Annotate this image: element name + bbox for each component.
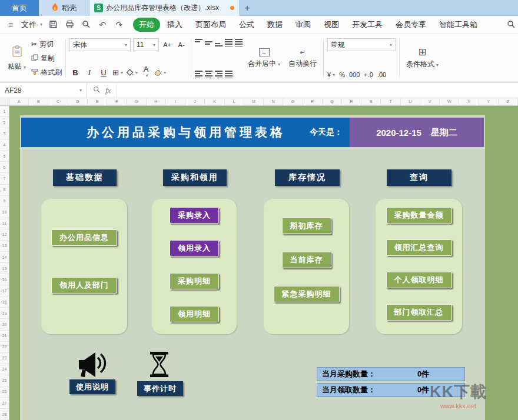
button-purchase-entry[interactable]: 采购录入	[170, 207, 219, 224]
row-header-12[interactable]: 12	[0, 229, 9, 241]
row-header-19[interactable]: 19	[0, 308, 9, 319]
column-header-P[interactable]: P	[303, 98, 323, 105]
column-header-K[interactable]: K	[205, 98, 224, 105]
row-header-25[interactable]: 25	[0, 375, 9, 386]
row-header-26[interactable]: 26	[0, 386, 9, 398]
format-painter-button[interactable]: 格式刷	[31, 67, 62, 78]
decrease-decimal-button[interactable]: .00	[377, 71, 386, 78]
menu-tab-review[interactable]: 审阅	[290, 18, 317, 32]
column-header-U[interactable]: U	[401, 98, 420, 105]
row-header-4[interactable]: 4	[0, 139, 9, 151]
section-header-purchase-issue[interactable]: 采购和领用	[163, 169, 227, 186]
column-header-J[interactable]: J	[185, 98, 205, 105]
align-center-button[interactable]	[205, 70, 212, 78]
decrease-font-button[interactable]: A-	[175, 39, 187, 51]
align-middle-button[interactable]	[205, 38, 212, 46]
column-header-F[interactable]: F	[107, 98, 127, 105]
column-header-H[interactable]: H	[147, 98, 166, 105]
row-header-15[interactable]: 15	[0, 263, 9, 274]
worksheet[interactable]: 办公用品采购与领用管理表格 今天是： 2020-12-15 星期二 基础数据 采…	[9, 106, 518, 420]
column-header-Y[interactable]: Y	[479, 98, 499, 105]
menu-tab-page-layout[interactable]: 页面布局	[190, 18, 232, 32]
align-bottom-button[interactable]	[215, 38, 223, 46]
menu-tab-start[interactable]: 开始	[133, 18, 160, 32]
column-header-X[interactable]: X	[459, 98, 479, 105]
cell-name-box[interactable]: AF28	[0, 83, 87, 98]
row-header-16[interactable]: 16	[0, 274, 9, 285]
column-header-I[interactable]: I	[166, 98, 185, 105]
column-header-R[interactable]: R	[342, 98, 361, 105]
button-purchase-qty-amount[interactable]: 采购数量金额	[386, 207, 452, 224]
row-header-11[interactable]: 11	[0, 218, 9, 229]
tab-home[interactable]: 首页	[0, 0, 39, 16]
button-office-supplies-info[interactable]: 办公用品信息	[51, 229, 117, 246]
button-usage-instructions[interactable]: 使用说明	[69, 379, 115, 394]
hamburger-icon[interactable]: ≡	[5, 19, 16, 31]
increase-font-button[interactable]: A+	[161, 39, 173, 51]
column-header-D[interactable]: D	[68, 98, 88, 105]
insert-function-area[interactable]: fx	[87, 83, 117, 98]
new-tab-button[interactable]: +	[239, 0, 255, 16]
button-personal-issue-detail[interactable]: 个人领取明细	[386, 272, 452, 288]
undo-icon[interactable]: ↶	[97, 19, 108, 31]
row-header-8[interactable]: 8	[0, 185, 9, 196]
row-header-5[interactable]: 5	[0, 151, 9, 162]
column-header-Q[interactable]: Q	[323, 98, 342, 105]
row-header-23[interactable]: 23	[0, 353, 9, 364]
decrease-indent-button[interactable]	[225, 38, 233, 46]
column-header-L[interactable]: L	[225, 98, 244, 105]
align-left-button[interactable]	[195, 70, 202, 78]
column-header-G[interactable]: G	[127, 98, 146, 105]
button-current-stock[interactable]: 当前库存	[282, 252, 331, 268]
conditional-format-button[interactable]: ⊞ 条件格式	[403, 36, 441, 80]
redo-icon[interactable]: ↷	[113, 19, 125, 31]
save-icon[interactable]	[47, 19, 59, 31]
fill-color-button[interactable]	[126, 66, 138, 78]
eraser-button[interactable]	[154, 66, 166, 78]
button-dept-issue-summary[interactable]: 部门领取汇总	[386, 304, 452, 321]
button-issue-summary-query[interactable]: 领用汇总查询	[386, 239, 452, 256]
menu-tab-data[interactable]: 数据	[261, 18, 288, 32]
column-header-E[interactable]: E	[88, 98, 107, 105]
menu-tab-insert[interactable]: 插入	[161, 18, 188, 32]
column-header-B[interactable]: B	[29, 98, 48, 105]
cut-button[interactable]: ✂ 剪切	[31, 39, 62, 49]
wrap-text-button[interactable]: ↵ 自动换行	[285, 36, 320, 80]
row-header-14[interactable]: 14	[0, 252, 9, 263]
row-header-28[interactable]: 28	[0, 409, 9, 420]
merge-center-button[interactable]: ↔ 合并居中	[245, 36, 283, 80]
increase-decimal-button[interactable]: +.0	[364, 71, 373, 78]
row-header-13[interactable]: 13	[0, 241, 9, 252]
align-top-button[interactable]	[195, 38, 202, 46]
search-icon[interactable]	[507, 20, 516, 31]
paste-button[interactable]: 粘贴	[5, 36, 29, 80]
section-header-inventory[interactable]: 库存情况	[275, 169, 340, 186]
column-header-M[interactable]: M	[244, 98, 264, 105]
borders-button[interactable]: ⊞	[112, 66, 124, 78]
row-header-24[interactable]: 24	[0, 364, 9, 375]
font-color-button[interactable]: A	[140, 66, 152, 78]
button-issue-entry[interactable]: 领用录入	[170, 240, 219, 256]
menu-tab-view[interactable]: 视图	[318, 18, 345, 32]
select-all-corner[interactable]	[0, 98, 9, 105]
formula-input[interactable]	[117, 83, 518, 98]
section-header-base-data[interactable]: 基础数据	[53, 169, 117, 186]
button-event-timer[interactable]: 事件计时	[137, 381, 183, 396]
row-header-21[interactable]: 21	[0, 331, 9, 342]
row-header-7[interactable]: 7	[0, 173, 9, 184]
row-header-1[interactable]: 1	[0, 106, 9, 117]
bold-button[interactable]: B	[69, 66, 81, 78]
row-header-22[interactable]: 22	[0, 342, 9, 353]
file-menu[interactable]: 文件	[21, 19, 42, 30]
column-header-O[interactable]: O	[283, 98, 303, 105]
row-header-17[interactable]: 17	[0, 285, 9, 296]
menu-tab-membership[interactable]: 会员专享	[390, 18, 432, 32]
tab-document[interactable]: S 办公用品库存管理表格（改进）.xlsx	[89, 0, 239, 16]
column-header-N[interactable]: N	[264, 98, 283, 105]
tab-docer[interactable]: 稻壳	[39, 0, 89, 16]
currency-button[interactable]: ¥	[327, 71, 335, 78]
menu-tab-dev-tools[interactable]: 开发工具	[346, 18, 388, 32]
underline-button[interactable]: U	[98, 66, 109, 78]
button-users-departments[interactable]: 领用人及部门	[51, 277, 117, 294]
row-header-3[interactable]: 3	[0, 128, 9, 139]
